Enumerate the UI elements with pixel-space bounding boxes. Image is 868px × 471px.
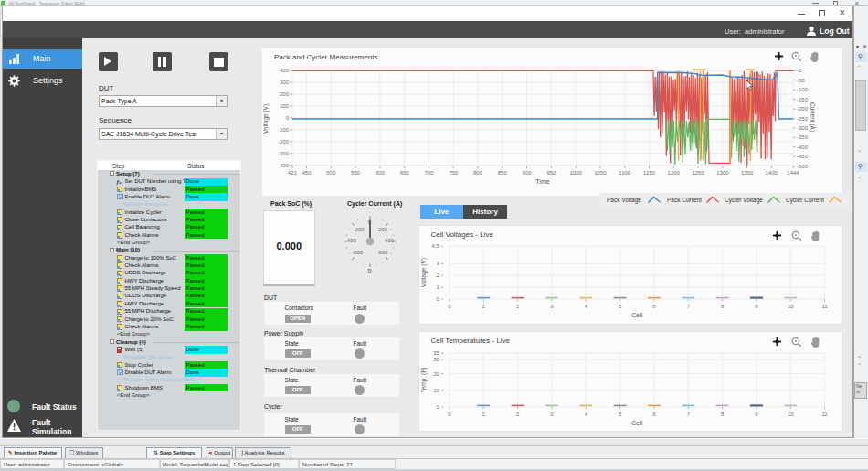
svg-text:1050: 1050 bbox=[594, 170, 607, 176]
svg-text:4: 4 bbox=[584, 304, 587, 309]
svg-text:-250: -250 bbox=[797, 116, 809, 122]
svg-text:200: 200 bbox=[280, 91, 290, 97]
svg-text:-300: -300 bbox=[278, 151, 290, 156]
svg-text:-200: -200 bbox=[797, 106, 809, 112]
svg-text:Cell: Cell bbox=[631, 420, 643, 426]
svg-text:Voltage (V): Voltage (V) bbox=[262, 104, 270, 134]
svg-text:Temp. (F): Temp. (F) bbox=[420, 368, 428, 393]
svg-text:-400: -400 bbox=[797, 145, 809, 150]
svg-text:500: 500 bbox=[326, 170, 336, 176]
svg-text:1200: 1200 bbox=[668, 170, 681, 176]
svg-text:0: 0 bbox=[436, 296, 439, 302]
svg-text:2: 2 bbox=[515, 304, 519, 309]
svg-text:850: 850 bbox=[498, 170, 508, 176]
svg-text:3: 3 bbox=[550, 412, 554, 417]
svg-text:20: 20 bbox=[433, 371, 439, 377]
svg-text:400: 400 bbox=[280, 68, 290, 73]
svg-text:3: 3 bbox=[436, 261, 439, 266]
svg-text:6: 6 bbox=[652, 412, 656, 417]
svg-text:0: 0 bbox=[436, 404, 439, 410]
svg-text:10: 10 bbox=[787, 412, 793, 417]
svg-text:950: 950 bbox=[546, 170, 556, 176]
svg-text:8: 8 bbox=[720, 304, 724, 309]
svg-text:7: 7 bbox=[686, 304, 690, 309]
svg-text:11: 11 bbox=[821, 304, 828, 309]
svg-text:-50: -50 bbox=[797, 78, 805, 83]
svg-text:9: 9 bbox=[755, 304, 758, 309]
svg-text:9: 9 bbox=[755, 412, 758, 417]
svg-text:900: 900 bbox=[523, 170, 533, 176]
svg-text:5: 5 bbox=[618, 412, 621, 417]
svg-text:1300: 1300 bbox=[716, 170, 729, 176]
svg-text:-350: -350 bbox=[797, 134, 809, 140]
svg-text:1444: 1444 bbox=[787, 170, 799, 176]
svg-text:750: 750 bbox=[449, 170, 459, 176]
svg-text:7: 7 bbox=[686, 412, 690, 417]
svg-text:35: 35 bbox=[433, 350, 439, 356]
svg-text:-150: -150 bbox=[797, 97, 809, 102]
svg-text:1100: 1100 bbox=[619, 170, 631, 176]
svg-text:800: 800 bbox=[473, 170, 483, 176]
svg-text:10: 10 bbox=[433, 388, 439, 393]
svg-text:100: 100 bbox=[280, 103, 290, 109]
svg-text:-400: -400 bbox=[278, 163, 290, 168]
svg-text:8: 8 bbox=[720, 412, 724, 417]
svg-text:10: 10 bbox=[787, 304, 793, 309]
svg-text:Time: Time bbox=[535, 178, 549, 185]
svg-text:1250: 1250 bbox=[692, 170, 704, 176]
svg-text:Current (A): Current (A) bbox=[809, 102, 816, 132]
svg-text:1: 1 bbox=[436, 284, 439, 290]
svg-text:-500: -500 bbox=[797, 164, 809, 169]
svg-text:450: 450 bbox=[302, 170, 312, 176]
svg-text:-300: -300 bbox=[797, 125, 809, 131]
svg-text:0: 0 bbox=[448, 304, 451, 309]
svg-text:11: 11 bbox=[821, 412, 828, 417]
svg-text:1150: 1150 bbox=[643, 170, 656, 176]
svg-text:421: 421 bbox=[288, 170, 298, 176]
svg-text:1400: 1400 bbox=[766, 170, 778, 176]
svg-text:550: 550 bbox=[351, 170, 361, 176]
svg-text:1: 1 bbox=[482, 304, 485, 309]
svg-text:700: 700 bbox=[424, 170, 434, 176]
svg-text:1: 1 bbox=[482, 412, 485, 417]
svg-text:600: 600 bbox=[376, 170, 386, 176]
svg-text:300: 300 bbox=[280, 80, 290, 85]
svg-text:3: 3 bbox=[550, 304, 554, 309]
svg-text:2: 2 bbox=[515, 412, 519, 417]
svg-text:2: 2 bbox=[436, 273, 439, 278]
svg-text:-200: -200 bbox=[278, 139, 290, 145]
svg-text:1350: 1350 bbox=[741, 170, 754, 176]
svg-text:-0: -0 bbox=[797, 68, 802, 73]
svg-text:Voltage (V): Voltage (V) bbox=[420, 258, 428, 287]
svg-text:6: 6 bbox=[652, 304, 656, 309]
svg-text:5: 5 bbox=[618, 304, 621, 309]
svg-text:Cell: Cell bbox=[631, 312, 643, 318]
svg-text:-100: -100 bbox=[278, 127, 290, 133]
svg-text:0: 0 bbox=[448, 412, 451, 417]
svg-text:4.5: 4.5 bbox=[431, 243, 439, 249]
svg-text:1000: 1000 bbox=[570, 170, 583, 176]
svg-text:650: 650 bbox=[400, 170, 410, 176]
svg-text:-100: -100 bbox=[797, 87, 809, 92]
svg-text:4: 4 bbox=[584, 412, 587, 417]
svg-text:30: 30 bbox=[433, 357, 439, 362]
svg-text:-450: -450 bbox=[797, 154, 809, 159]
